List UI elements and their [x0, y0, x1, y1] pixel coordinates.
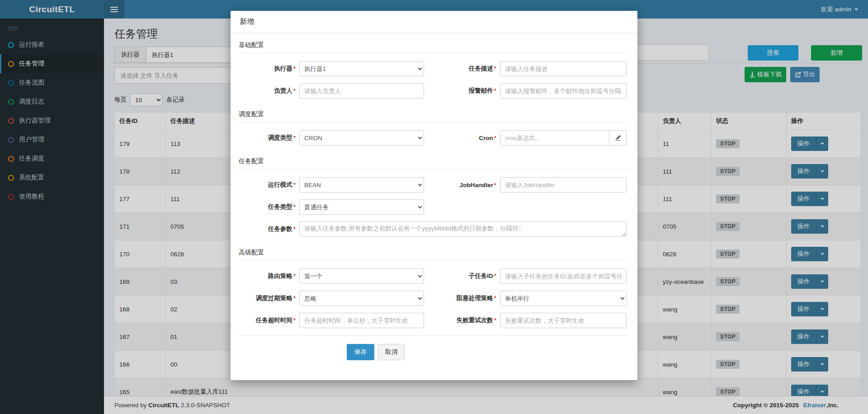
- alarm-email-field-label: 报警邮件*: [424, 87, 496, 95]
- job-desc-field[interactable]: [500, 61, 627, 76]
- section-schedule-config: 调度配置: [239, 110, 629, 122]
- task-type-field[interactable]: 普通任务: [299, 199, 424, 215]
- edit-icon: [615, 135, 621, 141]
- add-job-modal: 新增 基础配置 执行器* 执行器1 任务描述* 负责人* 报警邮件* 调度配置 …: [231, 11, 637, 380]
- child-job-id-field-label: 子任务ID*: [424, 272, 496, 280]
- block-strategy-field[interactable]: 单机串行: [500, 291, 627, 306]
- schedule-type-field-label: 调度类型*: [239, 134, 296, 142]
- executor-field-label: 执行器*: [239, 65, 296, 73]
- modal-title: 新增: [231, 11, 637, 33]
- timeout-field-label: 任务超时时间*: [239, 316, 296, 325]
- owner-field-label: 负责人*: [239, 87, 296, 95]
- cron-field[interactable]: [500, 130, 609, 146]
- job-handler-field-label: JobHandler*: [424, 182, 496, 188]
- section-task-config: 任务配置: [239, 157, 629, 169]
- cancel-button[interactable]: 取消: [378, 344, 405, 360]
- executor-field[interactable]: 执行器1: [299, 61, 424, 76]
- cron-edit-button[interactable]: [609, 130, 627, 146]
- misfire-strategy-field[interactable]: 忽略: [299, 291, 424, 306]
- retry-count-field-label: 失败重试次数*: [424, 316, 496, 325]
- cron-field-label: Cron*: [424, 135, 496, 141]
- route-strategy-field-label: 路由策略*: [239, 272, 296, 280]
- timeout-field[interactable]: [299, 313, 424, 328]
- section-basic-config: 基础配置: [239, 41, 629, 53]
- task-type-field-label: 任务类型*: [239, 203, 296, 211]
- child-job-id-field[interactable]: [500, 268, 627, 284]
- misfire-strategy-field-label: 调度过期策略*: [239, 294, 296, 302]
- task-params-field[interactable]: [299, 221, 627, 237]
- retry-count-field[interactable]: [500, 313, 627, 328]
- cron-input-group: [500, 130, 627, 146]
- job-desc-field-label: 任务描述*: [424, 65, 496, 73]
- alarm-email-field[interactable]: [500, 83, 627, 99]
- save-button[interactable]: 保存: [347, 344, 374, 360]
- job-handler-field[interactable]: [500, 177, 627, 193]
- modal-actions: 保存 取消: [239, 335, 629, 371]
- owner-field[interactable]: [299, 83, 424, 99]
- route-strategy-field[interactable]: 第一个: [299, 268, 424, 284]
- task-params-field-label: 任务参数*: [239, 225, 296, 233]
- run-mode-field[interactable]: BEAN: [299, 177, 424, 193]
- run-mode-field-label: 运行模式*: [239, 181, 296, 189]
- schedule-type-field[interactable]: CRON: [299, 130, 424, 146]
- block-strategy-field-label: 阻塞处理策略*: [424, 294, 496, 302]
- section-advanced-config: 高级配置: [239, 249, 629, 261]
